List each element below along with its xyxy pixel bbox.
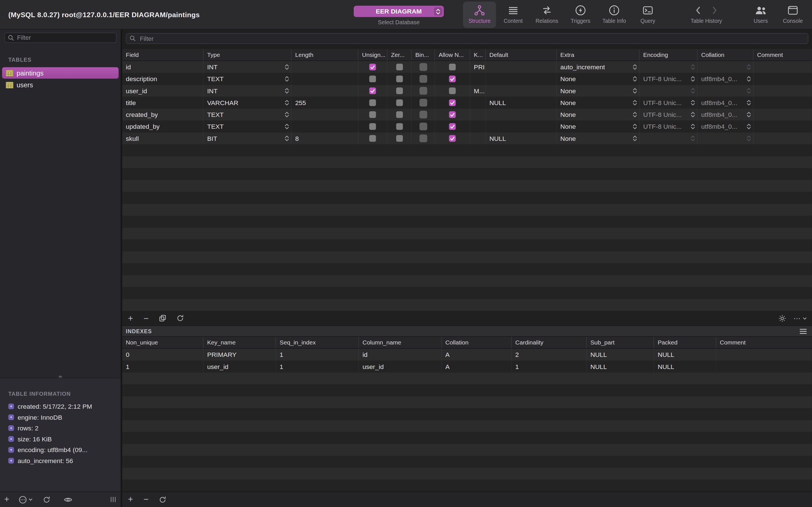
sidebar-item-paintings[interactable]: paintings: [2, 67, 118, 78]
more-options-menu[interactable]: ⋯: [794, 315, 807, 322]
add-table-icon[interactable]: +: [4, 495, 9, 504]
column-header-non-unique[interactable]: Non_unique: [122, 337, 203, 348]
stepper-icon[interactable]: [633, 124, 637, 129]
unsigned-checkbox[interactable]: [369, 100, 376, 106]
unsigned-checkbox[interactable]: [369, 135, 376, 142]
column-header-encoding[interactable]: Encoding: [640, 49, 698, 60]
structure-row-updated_by[interactable]: updated_byTEXTNoneUTF-8 Unic...utf8mb4_0…: [122, 121, 812, 132]
column-header-cardinality[interactable]: Cardinality: [512, 337, 587, 348]
table-info-button[interactable]: Table Info: [598, 2, 631, 28]
database-select[interactable]: EER DIAGRAM: [354, 6, 444, 17]
allow-null-checkbox[interactable]: [449, 87, 456, 94]
column-header-allow-null[interactable]: Allow N...: [435, 49, 470, 60]
sidebar-item-users[interactable]: users: [2, 79, 118, 91]
settings-gear-icon[interactable]: [778, 314, 786, 322]
column-header-default[interactable]: Default: [486, 49, 557, 60]
stepper-icon[interactable]: [285, 135, 289, 141]
users-button[interactable]: Users: [744, 2, 777, 28]
stepper-icon[interactable]: [633, 112, 637, 117]
stepper-icon[interactable]: [633, 64, 637, 70]
unsigned-checkbox[interactable]: [369, 75, 376, 82]
column-header-length[interactable]: Length: [292, 49, 358, 60]
stepper-icon[interactable]: [691, 88, 695, 94]
triggers-button[interactable]: Triggers: [564, 2, 597, 28]
stepper-icon[interactable]: [285, 76, 289, 82]
structure-row-id[interactable]: idINTPRIauto_increment: [122, 61, 812, 73]
stepper-icon[interactable]: [747, 100, 751, 105]
stepper-icon[interactable]: [691, 112, 695, 117]
column-header-sub-part[interactable]: Sub_part: [587, 337, 654, 348]
remove-field-icon[interactable]: −: [144, 314, 149, 323]
binary-checkbox[interactable]: [419, 122, 427, 130]
binary-checkbox[interactable]: [419, 63, 427, 71]
column-header-column-name[interactable]: Column_name: [359, 337, 442, 348]
structure-row-created_by[interactable]: created_byTEXTNoneUTF-8 Unic...utf8mb4_0…: [122, 109, 812, 121]
history-back-icon[interactable]: [696, 6, 701, 14]
structure-row-title[interactable]: titleVARCHAR255NULLNoneUTF-8 Unic...utf8…: [122, 97, 812, 108]
column-header-unsigned[interactable]: Unsign...: [358, 49, 388, 60]
history-forward-icon[interactable]: [712, 6, 717, 14]
stepper-icon[interactable]: [633, 100, 637, 105]
index-row[interactable]: 0PRIMARY1idA2NULLNULL: [122, 349, 812, 360]
column-header-zerofill[interactable]: Zer...: [388, 49, 412, 60]
binary-checkbox[interactable]: [419, 75, 427, 83]
column-header-comment[interactable]: Comment: [716, 337, 812, 348]
structure-row-description[interactable]: descriptionTEXTNoneUTF-8 Unic...utf8mb4_…: [122, 73, 812, 85]
zerofill-checkbox[interactable]: [396, 87, 403, 94]
stepper-icon[interactable]: [691, 76, 695, 82]
relations-button[interactable]: Relations: [530, 2, 564, 28]
zerofill-checkbox[interactable]: [396, 75, 403, 82]
column-header-field[interactable]: Field: [122, 49, 203, 60]
allow-null-checkbox[interactable]: [449, 123, 456, 130]
stepper-icon[interactable]: [633, 76, 637, 82]
stepper-icon[interactable]: [633, 88, 637, 94]
query-button[interactable]: Query: [631, 2, 665, 28]
binary-checkbox[interactable]: [419, 111, 427, 119]
stepper-icon[interactable]: [285, 64, 289, 70]
column-header-collation[interactable]: Collation: [442, 337, 512, 348]
add-field-icon[interactable]: +: [128, 314, 133, 323]
zerofill-checkbox[interactable]: [396, 123, 403, 130]
remove-index-icon[interactable]: −: [144, 495, 149, 504]
stepper-icon[interactable]: [747, 76, 751, 82]
column-header-type[interactable]: Type: [204, 49, 292, 60]
console-button[interactable]: Console: [776, 2, 809, 28]
unsigned-checkbox[interactable]: [369, 111, 376, 118]
unsigned-checkbox[interactable]: [369, 123, 376, 130]
table-actions-menu[interactable]: [18, 496, 33, 504]
binary-checkbox[interactable]: [419, 135, 427, 143]
column-header-binary[interactable]: Bin...: [412, 49, 435, 60]
stepper-icon[interactable]: [691, 135, 695, 141]
stepper-icon[interactable]: [285, 124, 289, 129]
unsigned-checkbox[interactable]: [369, 87, 376, 94]
refresh-structure-icon[interactable]: [176, 315, 184, 322]
unsigned-checkbox[interactable]: [369, 64, 376, 70]
add-index-icon[interactable]: +: [128, 495, 133, 504]
stepper-icon[interactable]: [747, 88, 751, 94]
quick-look-icon[interactable]: [64, 496, 72, 503]
column-header-comment[interactable]: Comment: [753, 49, 812, 60]
binary-checkbox[interactable]: [419, 99, 427, 107]
allow-null-checkbox[interactable]: [449, 100, 456, 106]
stepper-icon[interactable]: [285, 88, 289, 94]
sidebar-filter-input[interactable]: [4, 33, 117, 43]
zerofill-checkbox[interactable]: [396, 135, 403, 142]
indexes-menu-icon[interactable]: [800, 328, 807, 334]
stepper-icon[interactable]: [285, 112, 289, 117]
zerofill-checkbox[interactable]: [396, 100, 403, 106]
sidebar-toggle-icon[interactable]: [110, 496, 116, 503]
structure-row-skull[interactable]: skullBIT8NULLNone: [122, 132, 812, 144]
refresh-tables-icon[interactable]: [43, 496, 50, 503]
refresh-indexes-icon[interactable]: [159, 496, 166, 503]
allow-null-checkbox[interactable]: [449, 135, 456, 142]
stepper-icon[interactable]: [633, 135, 637, 141]
binary-checkbox[interactable]: [419, 87, 427, 95]
content-button[interactable]: Content: [497, 2, 530, 28]
stepper-icon[interactable]: [285, 100, 289, 105]
index-row[interactable]: 1user_id1user_idA1NULLNULL: [122, 360, 812, 372]
stepper-icon[interactable]: [747, 112, 751, 117]
column-header-extra[interactable]: Extra: [557, 49, 640, 60]
column-header-seq-in-index[interactable]: Seq_in_index: [276, 337, 359, 348]
allow-null-checkbox[interactable]: [449, 64, 456, 70]
zerofill-checkbox[interactable]: [396, 64, 403, 70]
